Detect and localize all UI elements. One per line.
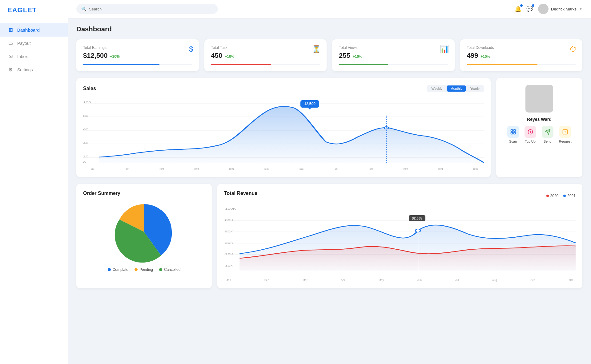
stat-value: 499: [467, 52, 478, 60]
legend-pending: Pending: [135, 267, 153, 272]
sales-chart-wrapper: 12,500 100 80 60 40 20 0: [83, 97, 484, 170]
stat-bar: [211, 64, 320, 65]
legend-cancelled: Cancelled: [159, 267, 180, 272]
stat-icon: $: [189, 45, 193, 53]
tab-group: Weekly Monthly Yearly: [427, 85, 484, 92]
svg-rect-16: [513, 133, 515, 134]
x-label-aug: Aug: [492, 279, 497, 282]
stat-icon: ⏳: [312, 45, 321, 53]
stat-value-row: 255 +10%: [339, 52, 448, 60]
x-label: Text: [159, 167, 164, 170]
sales-x-labels: Text Text Text Text Text Text Text Text …: [83, 167, 484, 170]
stat-bar: [339, 64, 448, 65]
header-right: 🔔 💬 Dedrick Marks ▼: [515, 4, 582, 14]
x-label-jul: Jul: [455, 279, 459, 282]
order-summary-card: Order Summery Complate: [76, 184, 212, 288]
settings-icon: ⚙: [7, 67, 14, 73]
complete-dot: [108, 268, 111, 271]
svg-text:80K: 80K: [225, 219, 234, 222]
stat-change: +10%: [225, 54, 234, 59]
sidebar-item-inbox[interactable]: ✉ Inbox: [0, 50, 68, 63]
stat-change: +10%: [353, 54, 362, 59]
notification-badge: [520, 4, 523, 7]
profile-card: Reyes Ward Scan Top Up: [496, 78, 582, 177]
send-button[interactable]: Send: [542, 126, 553, 143]
x-label: Text: [124, 167, 129, 170]
pending-dot: [135, 268, 138, 271]
order-legend: Complate Pending Cancelled: [83, 267, 205, 272]
page-title: Dashboard: [76, 25, 582, 33]
sidebar-item-label: Inbox: [17, 54, 28, 59]
message-icon[interactable]: 💬: [526, 6, 533, 12]
complete-label: Complate: [113, 267, 128, 272]
scan-button[interactable]: Scan: [507, 126, 519, 143]
dot-2021: [563, 195, 566, 197]
stat-value-row: 450 +10%: [211, 52, 320, 60]
x-label-jun: Jun: [417, 279, 422, 282]
x-label-jan: Jan: [227, 279, 231, 282]
revenue-tooltip: $2,365: [409, 215, 425, 221]
scan-label: Scan: [509, 140, 517, 143]
avatar: [538, 4, 549, 14]
dot-2020: [546, 195, 549, 197]
revenue-title: Total Revenue: [224, 191, 257, 196]
sales-header: Sales Weekly Monthly Yearly: [83, 85, 484, 92]
topup-label: Top Up: [525, 140, 536, 143]
topup-icon: [525, 126, 536, 138]
dashboard-icon: ⊞: [7, 27, 14, 33]
user-profile[interactable]: Dedrick Marks ▼: [538, 4, 582, 14]
svg-point-37: [415, 229, 420, 232]
tab-weekly[interactable]: Weekly: [428, 85, 446, 92]
notification-icon[interactable]: 🔔: [515, 6, 521, 12]
search-bar[interactable]: 🔍: [76, 4, 218, 14]
sidebar-item-payout[interactable]: ▭ Payout: [0, 37, 68, 50]
revenue-legend: 2020 2021: [546, 194, 576, 198]
stat-value: 255: [339, 52, 350, 60]
x-label-feb: Feb: [264, 279, 269, 282]
sidebar-item-label: Dashboard: [17, 28, 40, 33]
tab-yearly[interactable]: Yearly: [467, 85, 483, 92]
sidebar-item-settings[interactable]: ⚙ Settings: [0, 63, 68, 76]
revenue-x-labels: Jan Feb Mar Apr May Jun Jul Aug Sep Oct: [224, 279, 576, 282]
pie-chart-svg: [113, 201, 175, 263]
stat-value: $12,500: [83, 52, 108, 60]
x-label: Text: [472, 167, 478, 170]
scan-icon: [507, 126, 519, 138]
stat-card-2: Total Views 255 +10% 📊: [332, 39, 455, 71]
stat-change: +10%: [480, 54, 490, 59]
stat-label: Total Downloads: [467, 46, 576, 50]
sidebar-item-dashboard[interactable]: ⊞ Dashboard: [0, 23, 68, 37]
sales-chart-svg: 100 80 60 40 20 0: [83, 97, 484, 165]
profile-name: Reyes Ward: [527, 117, 552, 122]
x-label: Text: [333, 167, 339, 170]
stat-card-0: Total Earnings $12,500 +10% $: [76, 39, 199, 71]
notification-wrapper[interactable]: 🔔: [515, 6, 521, 12]
revenue-header: Total Revenue 2020 2021: [224, 191, 576, 201]
order-summary-title: Order Summery: [83, 191, 205, 196]
legend-2021: 2021: [563, 194, 576, 198]
sidebar: EAGLET ⊞ Dashboard ▭ Payout ✉ Inbox ⚙ Se…: [0, 0, 68, 364]
svg-text:10K: 10K: [225, 264, 234, 267]
tab-monthly[interactable]: Monthly: [447, 85, 466, 92]
x-label: Text: [263, 167, 269, 170]
request-button[interactable]: Request: [559, 126, 572, 143]
topup-button[interactable]: Top Up: [525, 126, 536, 143]
request-icon: [559, 126, 571, 138]
stat-change: +10%: [110, 54, 120, 59]
payout-icon: ▭: [7, 40, 14, 46]
sales-title: Sales: [83, 86, 96, 91]
search-input[interactable]: [89, 7, 213, 11]
x-label-may: May: [379, 279, 384, 282]
pie-chart-container: [83, 201, 205, 263]
chevron-down-icon: ▼: [579, 7, 582, 11]
dashboard-content: Dashboard Total Earnings $12,500 +10% $ …: [68, 18, 591, 364]
svg-text:60: 60: [83, 128, 88, 131]
profile-avatar: [525, 85, 553, 113]
message-wrapper[interactable]: 💬: [526, 6, 533, 12]
bottom-row: Order Summery Complate: [76, 184, 582, 288]
svg-text:0: 0: [83, 161, 86, 164]
stat-card-3: Total Downloads 499 +10% ⏱: [460, 39, 583, 71]
svg-rect-13: [511, 130, 513, 132]
stats-row: Total Earnings $12,500 +10% $ Total Task…: [76, 39, 582, 71]
sales-card: Sales Weekly Monthly Yearly 12,500: [76, 78, 491, 177]
